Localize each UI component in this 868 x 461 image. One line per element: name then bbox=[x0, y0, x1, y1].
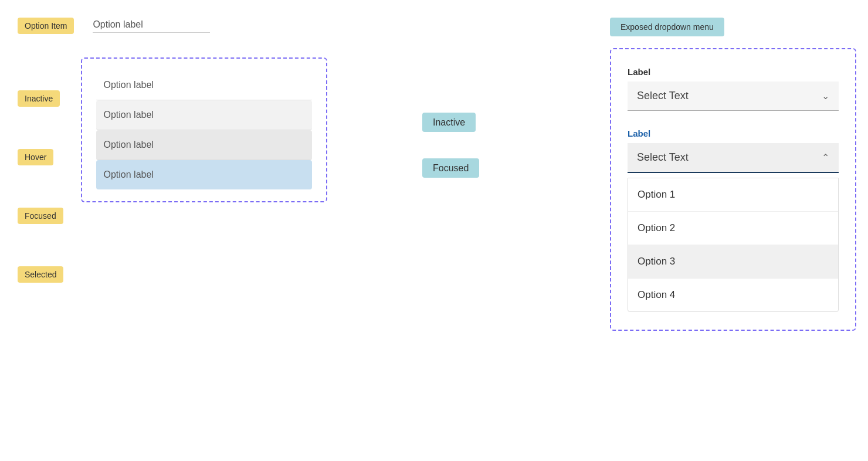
left-section: Option Item Option label Inactive Hover … bbox=[18, 18, 416, 304]
option-states-box: Option label Option label Option label O… bbox=[81, 57, 327, 202]
option-item-badge: Option Item bbox=[18, 18, 74, 34]
dropdown-option-3[interactable]: Option 3 bbox=[628, 245, 838, 279]
option-item-focused[interactable]: Option label bbox=[96, 130, 312, 160]
inactive-dropdown-select[interactable]: Select Text ⌄ bbox=[628, 82, 839, 111]
option-item-hover[interactable]: Option label bbox=[96, 100, 312, 130]
top-row: Option Item Option label bbox=[18, 18, 416, 34]
right-section: Exposed dropdown menu Label Select Text … bbox=[610, 18, 856, 331]
middle-inactive-badge: Inactive bbox=[422, 117, 479, 128]
right-dashed-box: Label Select Text ⌄ Label Select Text ⌃ … bbox=[610, 48, 856, 331]
focused-select-text: Select Text bbox=[637, 151, 689, 164]
top-option-label: Option label bbox=[93, 19, 210, 33]
inactive-dropdown-label: Label bbox=[628, 67, 839, 77]
focused-dropdown-select[interactable]: Select Text ⌃ bbox=[628, 143, 839, 173]
inactive-dropdown-group: Label Select Text ⌄ bbox=[628, 67, 839, 111]
inactive-badge: Inactive bbox=[18, 90, 60, 107]
state-label-row-inactive: Inactive bbox=[18, 69, 63, 128]
focused-dropdown-label: Label bbox=[628, 128, 839, 138]
state-label-row-selected: Selected bbox=[18, 245, 63, 304]
middle-section: Inactive Focused bbox=[422, 117, 479, 174]
state-label-row-hover: Hover bbox=[18, 128, 63, 187]
dropdown-option-4[interactable]: Option 4 bbox=[628, 279, 838, 311]
option-item-inactive[interactable]: Option label bbox=[96, 70, 312, 100]
chevron-down-icon: ⌄ bbox=[822, 90, 829, 101]
selected-badge: Selected bbox=[18, 266, 63, 283]
exposed-dropdown-title: Exposed dropdown menu bbox=[610, 18, 724, 36]
focused-badge: Focused bbox=[18, 208, 63, 224]
focused-dropdown-group: Label Select Text ⌃ Option 1 Option 2 Op… bbox=[628, 128, 839, 312]
dropdown-option-2[interactable]: Option 2 bbox=[628, 212, 838, 245]
dropdown-option-1[interactable]: Option 1 bbox=[628, 178, 838, 212]
inactive-select-text: Select Text bbox=[637, 90, 689, 102]
hover-badge: Hover bbox=[18, 149, 53, 165]
option-item-selected[interactable]: Option label bbox=[96, 160, 312, 189]
states-section: Inactive Hover Focused Selected Option l… bbox=[18, 57, 416, 304]
state-label-row-focused: Focused bbox=[18, 187, 63, 245]
page-container: Option Item Option label Inactive Hover … bbox=[0, 0, 868, 461]
middle-focused-badge: Focused bbox=[422, 163, 479, 174]
dropdown-options-list: Option 1 Option 2 Option 3 Option 4 bbox=[628, 178, 839, 312]
chevron-up-icon: ⌃ bbox=[822, 152, 829, 163]
state-labels: Inactive Hover Focused Selected bbox=[18, 69, 63, 304]
